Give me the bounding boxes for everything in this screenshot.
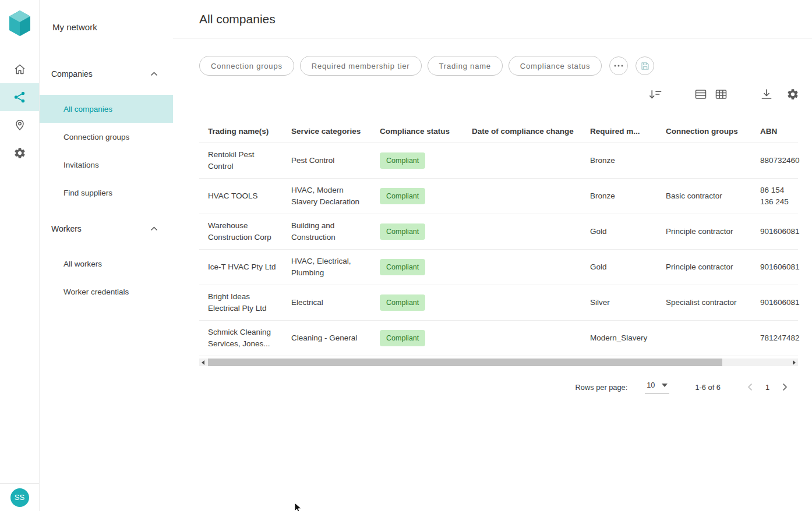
settings-gear-icon — [13, 147, 26, 159]
cell-compliance-status: Compliant — [371, 294, 463, 311]
compliance-badge: Compliant — [380, 188, 425, 204]
card-view-icon — [714, 87, 728, 101]
cell-service-categories: HVAC, Electrical, Plumbing — [283, 256, 371, 279]
filter-bar: Connection groups Required membership ti… — [199, 56, 799, 76]
cell-abn: 901606081 — [751, 226, 798, 237]
section-header-workers[interactable]: Workers — [40, 223, 173, 235]
more-filters-button[interactable] — [609, 56, 628, 75]
table-row[interactable]: Schmick Cleaning Services, Jones... Clea… — [199, 321, 798, 356]
rail-nav — [0, 55, 39, 167]
caret-down-icon — [662, 384, 668, 387]
filter-chip-trading-name[interactable]: Trading name — [428, 56, 503, 76]
section-workers: Workers All workers Worker credentials — [40, 223, 173, 306]
filter-chip-compliance-status[interactable]: Compliance status — [509, 56, 602, 76]
column-header-abn[interactable]: ABN — [751, 126, 798, 137]
workers-items: All workers Worker credentials — [40, 250, 173, 306]
page-content: Connection groups Required membership ti… — [173, 38, 812, 396]
cell-connection-groups: Principle contractor — [657, 226, 751, 237]
chevron-left-icon — [747, 383, 753, 391]
next-page-button[interactable] — [782, 383, 788, 391]
section-label: Companies — [51, 69, 93, 79]
table-row[interactable]: Warehouse Construction Corp Building and… — [199, 214, 798, 250]
cell-service-categories: Building and Construction — [283, 220, 371, 243]
scroll-right-icon — [793, 360, 796, 365]
card-view-button[interactable] — [714, 87, 728, 101]
cell-compliance-status: Compliant — [371, 330, 463, 346]
nav-home[interactable] — [0, 55, 39, 83]
main-panel: All companies Connection groups Required… — [173, 0, 812, 511]
sort-button[interactable] — [647, 88, 663, 101]
cell-compliance-status: Compliant — [371, 259, 463, 275]
sidebar-item-all-companies[interactable]: All companies — [40, 95, 173, 123]
column-header-required-membership-tier[interactable]: Required m... — [581, 126, 657, 137]
compliance-badge: Compliant — [380, 259, 425, 275]
cell-service-categories: Pest Control — [283, 155, 371, 166]
table-row[interactable]: HVAC TOOLS HVAC, Modern Slavery Declarat… — [199, 179, 798, 214]
cell-required-tier: Modern_Slavery — [581, 332, 657, 344]
sidebar-title: My network — [52, 22, 173, 32]
sort-descending-icon — [647, 88, 663, 101]
column-header-connection-groups[interactable]: Connection groups — [657, 126, 751, 137]
cell-abn: 901606081 — [751, 261, 798, 273]
table-header-row: Trading name(s) Service categories Compl… — [199, 120, 798, 143]
column-header-date-of-compliance-change[interactable]: Date of compliance change — [463, 126, 581, 137]
table-row[interactable]: Rentokil Pest Control Pest Control Compl… — [199, 143, 798, 179]
previous-page-button[interactable] — [747, 383, 753, 391]
page-header: All companies — [173, 0, 812, 38]
table-row[interactable]: Bright Ideas Electrical Pty Ltd Electric… — [199, 285, 798, 321]
network-icon — [13, 90, 27, 104]
cell-abn: 781247482 — [751, 332, 798, 344]
cell-required-tier: Silver — [581, 297, 657, 308]
rows-per-page-select[interactable]: 10 — [645, 381, 669, 393]
cell-required-tier: Bronze — [581, 190, 657, 202]
cell-connection-groups: Specialist contractor — [657, 297, 751, 308]
item-label: Worker credentials — [63, 288, 129, 296]
nav-network[interactable] — [0, 83, 39, 111]
item-label: All companies — [63, 105, 112, 113]
filter-chip-connection-groups[interactable]: Connection groups — [199, 56, 294, 76]
chevron-up-icon — [150, 226, 158, 231]
cell-abn: 86 154 136 245 — [751, 184, 798, 208]
location-pin-icon — [13, 118, 27, 132]
nav-settings[interactable] — [0, 139, 39, 167]
horizontal-scrollbar[interactable] — [199, 359, 798, 366]
table-view-icon — [694, 87, 708, 101]
table-view-button[interactable] — [694, 87, 708, 101]
cell-trading-name: Warehouse Construction Corp — [199, 220, 283, 243]
section-companies: Companies All companies Connection group… — [40, 68, 173, 207]
table-settings-button[interactable] — [786, 88, 799, 101]
companies-table: Trading name(s) Service categories Compl… — [199, 120, 798, 356]
save-filter-button[interactable] — [636, 56, 654, 75]
user-avatar[interactable]: SS — [10, 488, 29, 507]
sidebar-item-connection-groups[interactable]: Connection groups — [40, 123, 173, 151]
column-header-compliance-status[interactable]: Compliance status — [371, 126, 463, 137]
column-header-trading-name[interactable]: Trading name(s) — [199, 126, 283, 137]
cell-required-tier: Gold — [581, 226, 657, 237]
cell-service-categories: HVAC, Modern Slavery Declaration — [283, 184, 371, 208]
page-number[interactable]: 1 — [765, 383, 769, 392]
sidebar-item-invitations[interactable]: Invitations — [40, 151, 173, 179]
scroll-right-button[interactable] — [790, 359, 798, 366]
table-row[interactable]: Ice-T HVAC Pty Ltd HVAC, Electrical, Plu… — [199, 250, 798, 285]
sidebar-item-worker-credentials[interactable]: Worker credentials — [40, 278, 173, 306]
sidebar-item-all-workers[interactable]: All workers — [40, 250, 173, 278]
scrollbar-thumb[interactable] — [208, 359, 722, 366]
cell-trading-name: Schmick Cleaning Services, Jones... — [199, 327, 283, 350]
app-logo[interactable] — [9, 9, 31, 37]
download-button[interactable] — [760, 87, 774, 101]
scroll-left-button[interactable] — [199, 359, 207, 366]
sidebar-item-find-suppliers[interactable]: Find suppliers — [40, 179, 173, 207]
rows-per-page-value: 10 — [647, 381, 655, 389]
rows-per-page-label: Rows per page: — [576, 383, 628, 392]
icon-rail: SS — [0, 0, 40, 511]
home-icon — [13, 62, 27, 76]
nav-locations[interactable] — [0, 111, 39, 139]
section-header-companies[interactable]: Companies — [40, 68, 173, 80]
filter-chip-required-membership-tier[interactable]: Required membership tier — [300, 56, 422, 76]
item-label: Invitations — [63, 161, 99, 169]
app-window: SS My network Companies All companies Co… — [0, 0, 812, 511]
scroll-left-icon — [202, 360, 204, 365]
column-header-service-categories[interactable]: Service categories — [283, 126, 371, 137]
chevron-right-icon — [782, 383, 788, 391]
more-options-icon — [614, 65, 623, 67]
